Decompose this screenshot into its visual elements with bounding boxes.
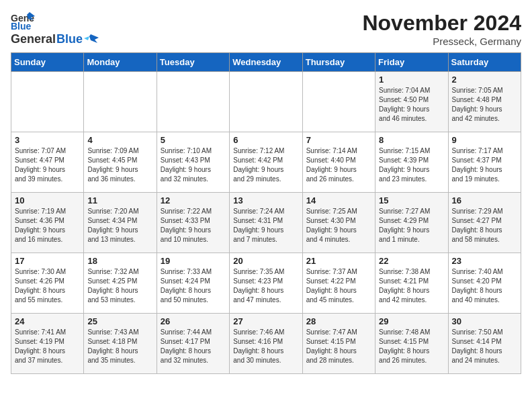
day-info: Sunrise: 7:05 AM Sunset: 4:48 PM Dayligh… [452, 86, 517, 124]
calendar-cell: 16Sunrise: 7:29 AM Sunset: 4:27 PM Dayli… [448, 193, 521, 253]
day-header-monday: Monday [84, 53, 157, 72]
calendar-cell: 3Sunrise: 7:07 AM Sunset: 4:47 PM Daylig… [11, 132, 84, 193]
calendar-cell: 6Sunrise: 7:12 AM Sunset: 4:42 PM Daylig… [230, 132, 302, 193]
day-info: Sunrise: 7:04 AM Sunset: 4:50 PM Dayligh… [379, 86, 444, 124]
day-header-saturday: Saturday [448, 53, 521, 72]
day-header-wednesday: Wednesday [230, 53, 302, 72]
calendar-body: 1Sunrise: 7:04 AM Sunset: 4:50 PM Daylig… [11, 72, 521, 374]
day-info: Sunrise: 7:46 AM Sunset: 4:16 PM Dayligh… [233, 328, 298, 365]
calendar-cell: 9Sunrise: 7:17 AM Sunset: 4:37 PM Daylig… [448, 132, 521, 193]
day-header-friday: Friday [375, 53, 448, 72]
day-info: Sunrise: 7:09 AM Sunset: 4:45 PM Dayligh… [87, 146, 152, 184]
logo-blue: Blue [56, 32, 83, 46]
month-title: November 2024 [362, 11, 521, 36]
calendar-cell: 1Sunrise: 7:04 AM Sunset: 4:50 PM Daylig… [375, 72, 448, 132]
day-info: Sunrise: 7:22 AM Sunset: 4:33 PM Dayligh… [161, 207, 226, 244]
day-info: Sunrise: 7:25 AM Sunset: 4:30 PM Dayligh… [306, 207, 371, 244]
calendar-cell: 15Sunrise: 7:27 AM Sunset: 4:29 PM Dayli… [375, 193, 448, 253]
calendar-week-3: 10Sunrise: 7:19 AM Sunset: 4:36 PM Dayli… [11, 193, 521, 253]
day-header-tuesday: Tuesday [157, 53, 229, 72]
day-number: 8 [379, 135, 444, 145]
day-info: Sunrise: 7:15 AM Sunset: 4:39 PM Dayligh… [379, 146, 444, 184]
calendar-cell: 8Sunrise: 7:15 AM Sunset: 4:39 PM Daylig… [375, 132, 448, 193]
logo: General Blue General Blue [11, 11, 99, 46]
day-number: 24 [15, 316, 80, 326]
svg-text:Blue: Blue [11, 21, 32, 31]
calendar-cell: 12Sunrise: 7:22 AM Sunset: 4:33 PM Dayli… [157, 193, 229, 253]
day-number: 22 [379, 256, 444, 266]
day-info: Sunrise: 7:47 AM Sunset: 4:15 PM Dayligh… [306, 328, 371, 365]
calendar-cell [230, 72, 302, 132]
day-info: Sunrise: 7:43 AM Sunset: 4:18 PM Dayligh… [87, 328, 152, 365]
day-number: 21 [306, 256, 371, 266]
day-number: 3 [15, 135, 80, 145]
calendar-cell: 11Sunrise: 7:20 AM Sunset: 4:34 PM Dayli… [84, 193, 157, 253]
calendar-week-2: 3Sunrise: 7:07 AM Sunset: 4:47 PM Daylig… [11, 132, 521, 193]
calendar-cell: 26Sunrise: 7:44 AM Sunset: 4:17 PM Dayli… [157, 314, 229, 374]
bird-icon [84, 34, 99, 46]
day-info: Sunrise: 7:19 AM Sunset: 4:36 PM Dayligh… [15, 207, 80, 244]
day-info: Sunrise: 7:37 AM Sunset: 4:22 PM Dayligh… [306, 267, 371, 305]
calendar-cell [84, 72, 157, 132]
day-info: Sunrise: 7:38 AM Sunset: 4:21 PM Dayligh… [379, 267, 444, 305]
calendar-cell: 23Sunrise: 7:40 AM Sunset: 4:20 PM Dayli… [448, 253, 521, 314]
day-number: 28 [306, 316, 371, 326]
day-number: 5 [161, 135, 226, 145]
day-header-sunday: Sunday [11, 53, 84, 72]
day-info: Sunrise: 7:41 AM Sunset: 4:19 PM Dayligh… [15, 328, 80, 365]
day-info: Sunrise: 7:14 AM Sunset: 4:40 PM Dayligh… [306, 146, 371, 184]
day-number: 14 [306, 195, 371, 205]
day-info: Sunrise: 7:40 AM Sunset: 4:20 PM Dayligh… [452, 267, 517, 305]
day-number: 4 [87, 135, 152, 145]
day-info: Sunrise: 7:32 AM Sunset: 4:25 PM Dayligh… [87, 267, 152, 305]
calendar-cell [11, 72, 84, 132]
calendar-cell: 7Sunrise: 7:14 AM Sunset: 4:40 PM Daylig… [302, 132, 375, 193]
day-number: 18 [87, 256, 152, 266]
calendar-cell: 21Sunrise: 7:37 AM Sunset: 4:22 PM Dayli… [302, 253, 375, 314]
day-number: 23 [452, 256, 517, 266]
calendar-cell: 27Sunrise: 7:46 AM Sunset: 4:16 PM Dayli… [230, 314, 302, 374]
day-number: 29 [379, 316, 444, 326]
calendar-cell: 19Sunrise: 7:33 AM Sunset: 4:24 PM Dayli… [157, 253, 229, 314]
calendar-week-5: 24Sunrise: 7:41 AM Sunset: 4:19 PM Dayli… [11, 314, 521, 374]
logo-general: General [11, 32, 56, 46]
calendar-cell: 10Sunrise: 7:19 AM Sunset: 4:36 PM Dayli… [11, 193, 84, 253]
svg-marker-3 [89, 34, 99, 43]
page-header: General Blue General Blue November 2024 … [11, 11, 521, 47]
day-number: 16 [452, 195, 517, 205]
day-number: 30 [452, 316, 517, 326]
title-block: November 2024 Presseck, Germany [362, 11, 521, 47]
day-info: Sunrise: 7:35 AM Sunset: 4:23 PM Dayligh… [233, 267, 298, 305]
day-number: 17 [15, 256, 80, 266]
day-number: 10 [15, 195, 80, 205]
calendar-cell: 18Sunrise: 7:32 AM Sunset: 4:25 PM Dayli… [84, 253, 157, 314]
day-number: 1 [379, 75, 444, 85]
calendar-cell: 22Sunrise: 7:38 AM Sunset: 4:21 PM Dayli… [375, 253, 448, 314]
calendar-cell: 30Sunrise: 7:50 AM Sunset: 4:14 PM Dayli… [448, 314, 521, 374]
day-info: Sunrise: 7:07 AM Sunset: 4:47 PM Dayligh… [15, 146, 80, 184]
calendar-cell: 20Sunrise: 7:35 AM Sunset: 4:23 PM Dayli… [230, 253, 302, 314]
calendar-cell: 28Sunrise: 7:47 AM Sunset: 4:15 PM Dayli… [302, 314, 375, 374]
day-info: Sunrise: 7:33 AM Sunset: 4:24 PM Dayligh… [161, 267, 226, 305]
calendar-cell: 5Sunrise: 7:10 AM Sunset: 4:43 PM Daylig… [157, 132, 229, 193]
day-number: 11 [87, 195, 152, 205]
logo-icon: General Blue [11, 11, 35, 31]
day-number: 7 [306, 135, 371, 145]
day-info: Sunrise: 7:24 AM Sunset: 4:31 PM Dayligh… [233, 207, 298, 244]
day-number: 19 [161, 256, 226, 266]
calendar-header-row: SundayMondayTuesdayWednesdayThursdayFrid… [11, 53, 521, 72]
svg-marker-4 [84, 36, 89, 40]
day-number: 2 [452, 75, 517, 85]
day-number: 15 [379, 195, 444, 205]
day-info: Sunrise: 7:48 AM Sunset: 4:15 PM Dayligh… [379, 328, 444, 365]
calendar-table: SundayMondayTuesdayWednesdayThursdayFrid… [11, 52, 521, 374]
day-info: Sunrise: 7:10 AM Sunset: 4:43 PM Dayligh… [161, 146, 226, 184]
day-number: 12 [161, 195, 226, 205]
day-info: Sunrise: 7:29 AM Sunset: 4:27 PM Dayligh… [452, 207, 517, 244]
calendar-cell: 4Sunrise: 7:09 AM Sunset: 4:45 PM Daylig… [84, 132, 157, 193]
calendar-week-1: 1Sunrise: 7:04 AM Sunset: 4:50 PM Daylig… [11, 72, 521, 132]
day-info: Sunrise: 7:27 AM Sunset: 4:29 PM Dayligh… [379, 207, 444, 244]
day-number: 9 [452, 135, 517, 145]
day-header-thursday: Thursday [302, 53, 375, 72]
day-number: 27 [233, 316, 298, 326]
